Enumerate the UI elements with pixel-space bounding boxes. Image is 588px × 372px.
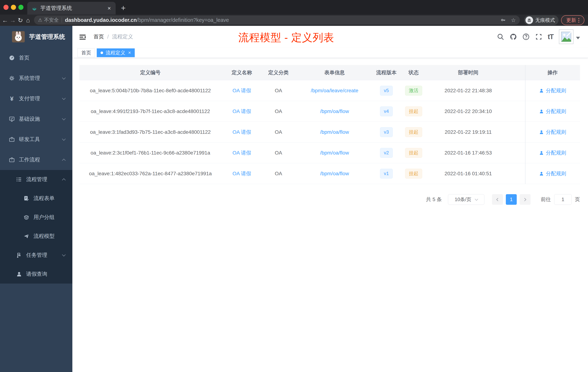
- cell-definition-category: OA: [262, 150, 294, 156]
- status-badge: 挂起: [405, 107, 422, 116]
- next-page-button[interactable]: [520, 194, 531, 205]
- browser-menu-dots-icon[interactable]: [578, 18, 579, 22]
- assign-rule-link[interactable]: 分配规则: [539, 129, 566, 136]
- tag-home[interactable]: 首页: [77, 48, 95, 57]
- chevron-down-icon: [62, 117, 66, 120]
- tag-process-definition[interactable]: 流程定义 ×: [97, 48, 135, 57]
- column-header-time: 部署时间: [429, 69, 507, 76]
- sidebar-item-4[interactable]: 研发工具: [0, 129, 72, 150]
- cell-action: 分配规则: [525, 170, 580, 177]
- not-secure-label: 不安全: [44, 17, 59, 23]
- breadcrumb-home[interactable]: 首页: [94, 33, 104, 40]
- window-close-button[interactable]: [3, 5, 9, 10]
- sidebar-item-11[interactable]: 请假查询: [0, 265, 72, 284]
- window-zoom-button[interactable]: [18, 5, 23, 10]
- cell-definition-name-link[interactable]: OA 请假: [221, 87, 262, 94]
- tab-close-icon[interactable]: ×: [107, 5, 112, 11]
- window-minimize-button[interactable]: [11, 5, 16, 10]
- breadcrumb-current: 流程定义: [112, 33, 133, 40]
- cell-form-link[interactable]: /bpm/oa/flow: [294, 171, 375, 176]
- version-badge: v4: [380, 107, 393, 116]
- status-badge: 挂起: [405, 169, 422, 178]
- sidebar-item-3[interactable]: 基础设施: [0, 109, 72, 129]
- paper-plane-icon: [23, 233, 30, 239]
- assign-rule-link[interactable]: 分配规则: [539, 170, 566, 177]
- cell-status: 挂起: [398, 127, 429, 137]
- chevron-right-icon: [523, 198, 526, 201]
- not-secure-warning-icon: ⚠: [38, 17, 42, 23]
- column-header-action: 操作: [525, 69, 580, 76]
- bookmark-star-icon[interactable]: ☆: [511, 17, 516, 23]
- sidebar-item-2[interactable]: ¥支付管理: [0, 88, 72, 109]
- reload-icon[interactable]: ↻: [16, 15, 24, 26]
- browser-tab-strip: 芋道管理系统 × +: [0, 0, 588, 15]
- sidebar-item-8[interactable]: 用户分组: [0, 208, 72, 227]
- sidebar-item-label: 请假查询: [26, 271, 47, 278]
- cell-form-link[interactable]: /bpm/oa/flow: [294, 129, 375, 135]
- avatar-caret-down-icon[interactable]: [576, 37, 580, 39]
- goto-page-input[interactable]: 1: [554, 194, 572, 205]
- briefcase-icon: [9, 157, 15, 163]
- briefcase-icon: [9, 136, 15, 142]
- assign-rule-link[interactable]: 分配规则: [539, 87, 566, 94]
- cell-form-link[interactable]: /bpm/oa/flow: [294, 150, 375, 156]
- version-badge: v1: [380, 169, 393, 178]
- home-icon[interactable]: ⌂: [24, 15, 32, 26]
- browser-tab[interactable]: 芋道管理系统 ×: [27, 2, 116, 15]
- sidebar-item-6[interactable]: 流程管理: [0, 170, 72, 189]
- cell-definition-name-link[interactable]: OA 请假: [221, 170, 262, 177]
- prev-page-button[interactable]: [492, 194, 503, 205]
- version-badge: v3: [380, 127, 393, 137]
- page-number-button[interactable]: 1: [506, 194, 517, 205]
- person-icon: [539, 88, 544, 93]
- cell-form-link[interactable]: /bpm/oa/flow: [294, 109, 375, 114]
- status-badge: 激活: [405, 86, 422, 96]
- chevron-down-icon: [62, 76, 66, 79]
- sidebar-item-7[interactable]: 流程表单: [0, 189, 72, 208]
- cell-action: 分配规则: [525, 149, 580, 156]
- page-size-select[interactable]: 10条/页: [448, 194, 484, 205]
- avatar[interactable]: [559, 30, 573, 44]
- browser-toolbar: ← → ↻ ⌂ ⚠ 不安全 dashboard.yudao.iocoder.cn…: [0, 15, 588, 26]
- cell-definition-name-link[interactable]: OA 请假: [221, 149, 262, 156]
- key-icon[interactable]: [500, 17, 506, 23]
- sidebar-item-10[interactable]: 任务管理: [0, 246, 72, 265]
- sidebar-collapse-icon[interactable]: [79, 33, 86, 40]
- column-header-category: 定义分类: [262, 69, 294, 76]
- cell-form-link[interactable]: /bpm/oa/leave/create: [294, 88, 375, 94]
- cell-deploy-time: 2022-01-22 21:48:38: [429, 88, 507, 94]
- sidebar-item-9[interactable]: 流程模型: [0, 227, 72, 246]
- goto-unit: 页: [575, 196, 580, 203]
- column-header-status: 状态: [398, 69, 429, 76]
- sidebar-item-1[interactable]: 系统管理: [0, 68, 72, 88]
- tab-favicon-leaf-icon: [31, 5, 37, 11]
- cell-status: 挂起: [398, 148, 429, 158]
- address-bar[interactable]: ⚠ 不安全 dashboard.yudao.iocoder.cn /bpm/ma…: [34, 15, 520, 25]
- app-title: 芋道管理系统: [29, 33, 65, 41]
- incognito-badge: 无痕模式: [524, 15, 558, 25]
- user-group-icon: [23, 214, 30, 220]
- cell-version: v3: [375, 127, 398, 137]
- back-icon[interactable]: ←: [1, 15, 9, 26]
- assign-rule-link[interactable]: 分配规则: [539, 108, 566, 115]
- cell-definition-name-link[interactable]: OA 请假: [221, 108, 262, 115]
- github-icon[interactable]: [509, 33, 517, 41]
- cell-definition-name-link[interactable]: OA 请假: [221, 129, 262, 136]
- table-header-row: 定义编号 定义名称 定义分类 表单信息 流程版本 状态 部署时间 操作: [79, 65, 580, 80]
- assign-rule-label: 分配规则: [546, 129, 566, 136]
- sidebar-item-5[interactable]: 工作流程: [0, 150, 72, 170]
- chevron-down-icon: [62, 96, 66, 100]
- forward-icon[interactable]: →: [9, 15, 17, 26]
- person-icon: [539, 171, 544, 176]
- sidebar-item-label: 首页: [19, 54, 30, 62]
- help-question-icon[interactable]: [522, 33, 530, 41]
- search-icon[interactable]: [497, 33, 504, 41]
- new-tab-button[interactable]: +: [118, 3, 128, 13]
- browser-update-button[interactable]: 更新: [561, 15, 584, 25]
- fullscreen-icon[interactable]: [535, 33, 543, 41]
- font-size-icon[interactable]: tT: [548, 33, 554, 41]
- sidebar-item-0[interactable]: 首页: [0, 48, 72, 68]
- assign-rule-link[interactable]: 分配规则: [539, 149, 566, 156]
- tag-close-icon[interactable]: ×: [128, 50, 131, 55]
- sidebar-logo-row[interactable]: 芋道管理系统: [0, 26, 72, 48]
